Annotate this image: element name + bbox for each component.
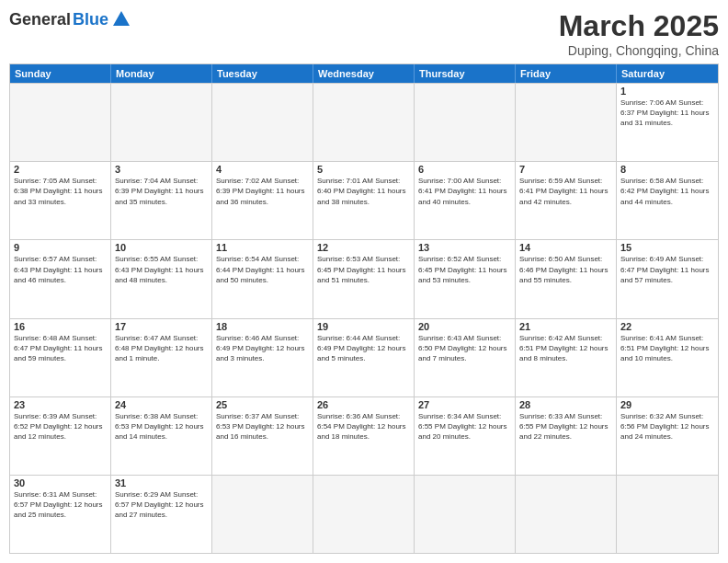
day-info: Sunrise: 6:55 AM Sunset: 6:43 PM Dayligh… — [115, 254, 208, 285]
day-info: Sunrise: 6:43 AM Sunset: 6:50 PM Dayligh… — [418, 333, 511, 364]
logo-text-general: General — [9, 10, 71, 29]
day-info: Sunrise: 6:31 AM Sunset: 6:57 PM Dayligh… — [14, 489, 107, 521]
day-number: 4 — [216, 164, 309, 175]
cal-cell-empty-0-0 — [10, 84, 111, 161]
header-day-thursday: Thursday — [415, 64, 516, 83]
cal-cell-2: 2Sunrise: 7:05 AM Sunset: 6:38 PM Daylig… — [10, 162, 111, 239]
svg-marker-0 — [113, 11, 130, 26]
day-number: 20 — [418, 321, 511, 332]
day-number: 5 — [317, 164, 410, 175]
cal-cell-empty-0-1 — [111, 84, 212, 161]
page-header: General Blue March 2025 Duping, Chongqin… — [9, 9, 719, 58]
cal-cell-10: 10Sunrise: 6:55 AM Sunset: 6:43 PM Dayli… — [111, 240, 212, 317]
cal-cell-8: 8Sunrise: 6:58 AM Sunset: 6:42 PM Daylig… — [617, 162, 718, 239]
cal-cell-16: 16Sunrise: 6:48 AM Sunset: 6:47 PM Dayli… — [10, 319, 111, 396]
day-info: Sunrise: 6:44 AM Sunset: 6:49 PM Dayligh… — [317, 333, 410, 364]
day-number: 6 — [418, 164, 511, 175]
day-number: 23 — [14, 399, 107, 410]
day-info: Sunrise: 7:05 AM Sunset: 6:38 PM Dayligh… — [14, 176, 107, 207]
cal-cell-12: 12Sunrise: 6:53 AM Sunset: 6:45 PM Dayli… — [313, 240, 415, 317]
cal-cell-23: 23Sunrise: 6:39 AM Sunset: 6:52 PM Dayli… — [10, 397, 111, 475]
calendar-row-3: 16Sunrise: 6:48 AM Sunset: 6:47 PM Dayli… — [10, 318, 718, 396]
day-number: 13 — [418, 242, 511, 253]
cal-cell-empty-5-6 — [617, 476, 718, 553]
cal-cell-7: 7Sunrise: 6:59 AM Sunset: 6:41 PM Daylig… — [516, 162, 617, 239]
day-info: Sunrise: 6:34 AM Sunset: 6:55 PM Dayligh… — [418, 411, 511, 442]
day-number: 26 — [317, 399, 410, 410]
cal-cell-25: 25Sunrise: 6:37 AM Sunset: 6:53 PM Dayli… — [212, 397, 313, 475]
day-number: 25 — [216, 399, 309, 410]
title-area: March 2025 Duping, Chongqing, China — [559, 9, 719, 58]
day-info: Sunrise: 6:47 AM Sunset: 6:48 PM Dayligh… — [115, 333, 208, 364]
day-info: Sunrise: 7:00 AM Sunset: 6:41 PM Dayligh… — [418, 176, 511, 207]
day-info: Sunrise: 7:02 AM Sunset: 6:39 PM Dayligh… — [216, 176, 309, 207]
day-info: Sunrise: 6:32 AM Sunset: 6:56 PM Dayligh… — [620, 411, 714, 442]
month-title: March 2025 — [559, 9, 719, 43]
day-info: Sunrise: 6:54 AM Sunset: 6:44 PM Dayligh… — [216, 254, 309, 285]
cal-cell-empty-5-5 — [516, 476, 617, 553]
cal-cell-13: 13Sunrise: 6:52 AM Sunset: 6:45 PM Dayli… — [415, 240, 516, 317]
day-number: 2 — [14, 164, 107, 175]
calendar-row-1: 2Sunrise: 7:05 AM Sunset: 6:38 PM Daylig… — [10, 161, 718, 239]
calendar-row-5: 30Sunrise: 6:31 AM Sunset: 6:57 PM Dayli… — [10, 475, 718, 553]
cal-cell-20: 20Sunrise: 6:43 AM Sunset: 6:50 PM Dayli… — [415, 319, 516, 396]
day-info: Sunrise: 6:33 AM Sunset: 6:55 PM Dayligh… — [519, 411, 612, 442]
cal-cell-17: 17Sunrise: 6:47 AM Sunset: 6:48 PM Dayli… — [111, 319, 212, 396]
day-number: 18 — [216, 321, 309, 332]
header-day-saturday: Saturday — [617, 64, 718, 83]
day-number: 29 — [620, 399, 714, 410]
calendar-row-2: 9Sunrise: 6:57 AM Sunset: 6:43 PM Daylig… — [10, 239, 718, 317]
day-info: Sunrise: 6:46 AM Sunset: 6:49 PM Dayligh… — [216, 333, 309, 364]
day-info: Sunrise: 6:39 AM Sunset: 6:52 PM Dayligh… — [14, 411, 107, 442]
cal-cell-26: 26Sunrise: 6:36 AM Sunset: 6:54 PM Dayli… — [313, 397, 415, 475]
day-number: 3 — [115, 164, 208, 175]
day-number: 31 — [115, 477, 208, 488]
day-number: 30 — [14, 477, 107, 488]
day-number: 22 — [620, 321, 714, 332]
header-day-wednesday: Wednesday — [313, 64, 415, 83]
logo-text-blue: Blue — [73, 10, 108, 29]
cal-cell-30: 30Sunrise: 6:31 AM Sunset: 6:57 PM Dayli… — [10, 476, 111, 553]
cal-cell-empty-0-2 — [212, 84, 313, 161]
cal-cell-15: 15Sunrise: 6:49 AM Sunset: 6:47 PM Dayli… — [617, 240, 718, 317]
day-info: Sunrise: 6:53 AM Sunset: 6:45 PM Dayligh… — [317, 254, 410, 285]
cal-cell-24: 24Sunrise: 6:38 AM Sunset: 6:53 PM Dayli… — [111, 397, 212, 475]
day-info: Sunrise: 6:57 AM Sunset: 6:43 PM Dayligh… — [14, 254, 107, 285]
day-info: Sunrise: 6:36 AM Sunset: 6:54 PM Dayligh… — [317, 411, 410, 442]
day-number: 7 — [519, 164, 612, 175]
day-number: 15 — [620, 242, 714, 253]
day-info: Sunrise: 7:01 AM Sunset: 6:40 PM Dayligh… — [317, 176, 410, 207]
day-info: Sunrise: 6:50 AM Sunset: 6:46 PM Dayligh… — [519, 254, 612, 285]
cal-cell-1: 1Sunrise: 7:06 AM Sunset: 6:37 PM Daylig… — [617, 84, 718, 161]
day-info: Sunrise: 6:42 AM Sunset: 6:51 PM Dayligh… — [519, 333, 612, 364]
day-number: 17 — [115, 321, 208, 332]
day-number: 14 — [519, 242, 612, 253]
day-info: Sunrise: 6:38 AM Sunset: 6:53 PM Dayligh… — [115, 411, 208, 442]
day-number: 27 — [418, 399, 511, 410]
day-number: 12 — [317, 242, 410, 253]
day-number: 28 — [519, 399, 612, 410]
day-info: Sunrise: 6:48 AM Sunset: 6:47 PM Dayligh… — [14, 333, 107, 364]
cal-cell-6: 6Sunrise: 7:00 AM Sunset: 6:41 PM Daylig… — [415, 162, 516, 239]
cal-cell-9: 9Sunrise: 6:57 AM Sunset: 6:43 PM Daylig… — [10, 240, 111, 317]
logo-icon — [111, 9, 131, 29]
cal-cell-29: 29Sunrise: 6:32 AM Sunset: 6:56 PM Dayli… — [617, 397, 718, 475]
calendar-header: SundayMondayTuesdayWednesdayThursdayFrid… — [10, 64, 718, 83]
cal-cell-empty-0-3 — [313, 84, 415, 161]
cal-cell-21: 21Sunrise: 6:42 AM Sunset: 6:51 PM Dayli… — [516, 319, 617, 396]
day-number: 10 — [115, 242, 208, 253]
day-number: 24 — [115, 399, 208, 410]
cal-cell-18: 18Sunrise: 6:46 AM Sunset: 6:49 PM Dayli… — [212, 319, 313, 396]
cal-cell-5: 5Sunrise: 7:01 AM Sunset: 6:40 PM Daylig… — [313, 162, 415, 239]
cal-cell-empty-5-2 — [212, 476, 313, 553]
day-info: Sunrise: 6:49 AM Sunset: 6:47 PM Dayligh… — [620, 254, 714, 285]
header-day-tuesday: Tuesday — [212, 64, 313, 83]
calendar: SundayMondayTuesdayWednesdayThursdayFrid… — [9, 63, 719, 554]
day-info: Sunrise: 6:59 AM Sunset: 6:41 PM Dayligh… — [519, 176, 612, 207]
cal-cell-4: 4Sunrise: 7:02 AM Sunset: 6:39 PM Daylig… — [212, 162, 313, 239]
cal-cell-22: 22Sunrise: 6:41 AM Sunset: 6:51 PM Dayli… — [617, 319, 718, 396]
day-info: Sunrise: 6:29 AM Sunset: 6:57 PM Dayligh… — [115, 489, 208, 521]
header-day-monday: Monday — [111, 64, 212, 83]
day-number: 11 — [216, 242, 309, 253]
day-info: Sunrise: 6:37 AM Sunset: 6:53 PM Dayligh… — [216, 411, 309, 442]
